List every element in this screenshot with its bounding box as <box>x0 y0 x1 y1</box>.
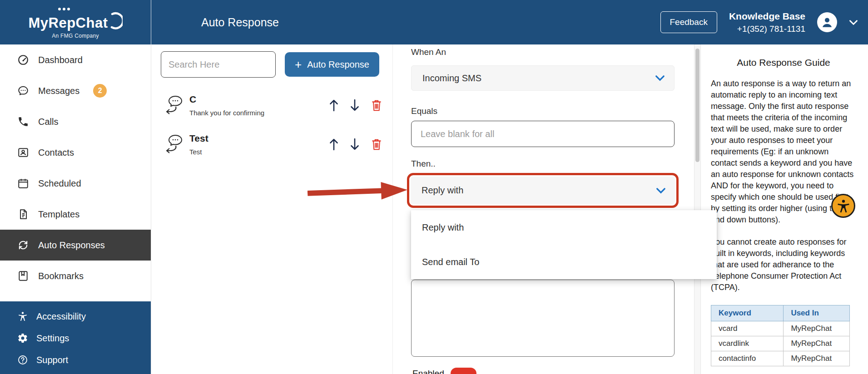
auto-response-editor: When An Incoming SMS Equals Then.. Reply… <box>393 44 694 374</box>
trigger-select[interactable]: Incoming SMS <box>411 65 675 91</box>
sidebar-item-label: Contacts <box>38 148 74 158</box>
sidebar: Dashboard Messages 2 Calls Contacts <box>0 44 151 374</box>
sidebar-item-accessibility[interactable]: Accessibility <box>0 305 151 327</box>
delete-icon[interactable] <box>371 99 382 112</box>
account-menu-chevron[interactable] <box>849 20 858 25</box>
table-row: vcardlink MyRepChat <box>711 336 850 351</box>
table-row: vcard MyRepChat <box>711 321 850 336</box>
vertical-scrollbar[interactable] <box>694 44 701 374</box>
auto-reply-icon <box>163 95 183 116</box>
then-label: Then.. <box>411 159 436 169</box>
enabled-toggle[interactable] <box>451 368 476 374</box>
used-in-cell: MyRepChat <box>784 321 850 336</box>
logo-dots-icon <box>58 8 61 10</box>
sidebar-item-support[interactable]: Support <box>0 349 151 371</box>
sidebar-item-settings[interactable]: Settings <box>0 327 151 349</box>
sidebar-item-calls[interactable]: Calls <box>0 106 151 137</box>
used-in-cell: MyRepChat <box>784 351 850 366</box>
chevron-down-icon <box>849 20 858 25</box>
action-select-value: Reply with <box>422 185 463 196</box>
trigger-select-value: Incoming SMS <box>422 73 481 84</box>
page-title: Auto Response <box>201 16 279 29</box>
guide-title: Auto Response Guide <box>711 57 856 68</box>
auto-response-subtitle: Thank you for confirming <box>189 109 329 117</box>
accessibility-icon <box>17 311 28 322</box>
question-circle-icon <box>17 354 28 365</box>
brand-tagline: An FMG Company <box>52 33 99 39</box>
move-down-button[interactable] <box>350 138 360 151</box>
keyword-table: Keyword Used In vcard MyRepChat vcardlin… <box>711 305 850 366</box>
sidebar-item-label: Templates <box>38 209 79 220</box>
sidebar-item-label: Messages <box>38 86 79 96</box>
contact-card-icon <box>17 147 29 158</box>
account-name: Knowledge Base <box>729 10 805 22</box>
when-an-label: When An <box>411 47 446 57</box>
auto-response-item[interactable]: Test Test <box>151 133 392 156</box>
keyword-table-header: Used In <box>784 305 850 321</box>
guide-paragraph: You cannot create auto responses for bui… <box>711 236 856 293</box>
document-icon <box>17 208 29 220</box>
move-down-button[interactable] <box>350 99 360 112</box>
dropdown-option-send-email-to[interactable]: Send email To <box>411 245 717 279</box>
auto-response-title: Test <box>189 133 329 144</box>
auto-response-title: C <box>189 94 329 105</box>
account-phone: +1(352) 781-1131 <box>737 24 805 34</box>
chat-swoosh-icon <box>110 11 123 30</box>
auto-response-list-panel: + Auto Response C Thank you for confirmi… <box>151 44 393 374</box>
calendar-icon <box>17 177 29 189</box>
sidebar-item-label: Settings <box>36 333 69 344</box>
sidebar-item-label: Auto Responses <box>38 240 105 251</box>
phone-icon <box>17 116 29 128</box>
table-row: contactinfo MyRepChat <box>711 351 850 366</box>
keyword-cell: vcard <box>711 321 784 336</box>
user-avatar-icon <box>820 15 834 29</box>
scrollbar-thumb[interactable] <box>695 49 699 162</box>
keyword-cell: vcardlink <box>711 336 784 351</box>
chevron-down-icon <box>656 187 666 194</box>
accessibility-icon <box>836 198 851 214</box>
brand-name: MyRepChat <box>28 15 108 31</box>
add-auto-response-label: Auto Response <box>307 59 369 70</box>
sync-icon <box>17 239 29 251</box>
account-info: Knowledge Base +1(352) 781-1131 <box>729 10 805 34</box>
add-auto-response-button[interactable]: + Auto Response <box>285 52 379 77</box>
auto-response-item[interactable]: C Thank you for confirming <box>151 94 392 117</box>
sidebar-item-label: Bookmarks <box>38 271 84 281</box>
equals-input[interactable] <box>411 121 675 147</box>
sidebar-item-label: Dashboard <box>38 55 83 65</box>
annotation-highlight: Reply with <box>407 173 679 208</box>
sidebar-item-label: Scheduled <box>38 178 81 189</box>
sidebar-item-label: Calls <box>38 117 58 127</box>
action-select[interactable]: Reply with <box>411 177 675 204</box>
auto-reply-icon <box>163 134 183 155</box>
sidebar-item-templates[interactable]: Templates <box>0 199 151 230</box>
sidebar-item-label: Accessibility <box>36 311 86 322</box>
gear-icon <box>17 333 28 344</box>
sidebar-item-label: Support <box>36 355 68 365</box>
sidebar-item-bookmarks[interactable]: Bookmarks <box>0 261 151 291</box>
enabled-label: Enabled <box>412 369 444 374</box>
bookmark-icon <box>17 270 29 282</box>
messages-unread-badge: 2 <box>93 84 107 98</box>
move-up-button[interactable] <box>329 138 339 151</box>
search-input[interactable] <box>161 51 276 78</box>
chevron-down-icon <box>655 75 665 81</box>
accessibility-widget-button[interactable] <box>831 194 855 218</box>
feedback-button[interactable]: Feedback <box>660 11 717 33</box>
user-avatar[interactable] <box>817 12 837 32</box>
response-textarea[interactable] <box>411 280 675 357</box>
used-in-cell: MyRepChat <box>784 336 850 351</box>
plus-icon: + <box>295 59 302 70</box>
delete-icon[interactable] <box>371 138 382 151</box>
move-up-button[interactable] <box>329 99 339 112</box>
sidebar-item-dashboard[interactable]: Dashboard <box>0 44 151 75</box>
sidebar-item-auto-responses[interactable]: Auto Responses <box>0 230 151 261</box>
sidebar-item-scheduled[interactable]: Scheduled <box>0 168 151 199</box>
dropdown-option-reply-with[interactable]: Reply with <box>411 210 717 245</box>
app-header: MyRepChat An FMG Company Auto Response F… <box>0 0 868 44</box>
sidebar-item-contacts[interactable]: Contacts <box>0 137 151 168</box>
gauge-icon <box>17 54 29 66</box>
sidebar-item-messages[interactable]: Messages 2 <box>0 75 151 106</box>
app-logo: MyRepChat An FMG Company <box>0 0 151 44</box>
keyword-cell: contactinfo <box>711 351 784 366</box>
